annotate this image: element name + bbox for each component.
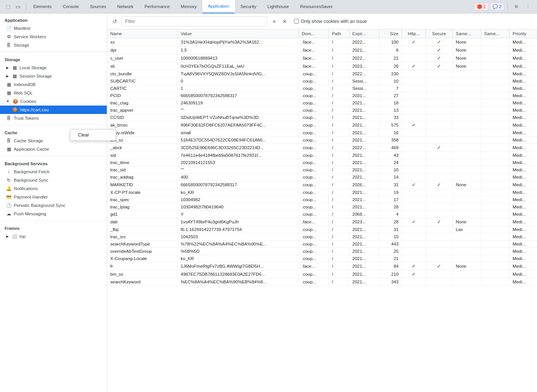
websql-icon: ▦ [6,90,11,96]
sidebar-item-bg-sync[interactable]: ↻ Background Sync [0,176,107,184]
table-row[interactable]: trac_addtag400.coup.../2021...14Medi... [107,174,537,181]
frame-icon: ⬜ [12,234,17,239]
col-same1-header[interactable]: Same... [452,29,481,38]
table-row[interactable]: cto_bundleTvjA8V96VXY5QWZ6OVJsSIA5NnlrdV… [107,70,537,78]
col-exp-header[interactable]: Expir... [349,29,379,38]
sidebar-item-storage[interactable]: 🗄 Storage [0,41,107,49]
table-row[interactable]: xs31%3A1HeXHqHopPljYw%3A2%3A162....face.… [107,38,537,46]
table-row[interactable]: CARTIC1.coup.../Sessi...7Medi... [107,85,537,92]
table-row[interactable]: X-Coupang-Localeko_KR.coup.../2021...21M… [107,255,537,262]
filter-input[interactable] [122,16,267,26]
manifest-icon: 📄 [6,26,11,31]
tab-memory[interactable]: Memory [175,0,202,13]
cookies-table: Name Value Dom... Path Expir... Size Htt… [107,29,537,286]
table-row[interactable]: trac_itime20210914121553.coup.../2021...… [107,159,537,166]
table-row[interactable]: trac_sid"".coup.../2021...10Medi... [107,166,537,174]
table-row[interactable]: bm_sv4987EC75DB78611328683E0A2E27FD6....… [107,270,537,278]
sidebar-item-session-storage[interactable]: ▶ ▦ Session Storage [0,72,107,80]
bg-fetch-icon: ↕ [6,169,11,174]
col-name-header[interactable]: Name [107,29,178,38]
col-priority-header[interactable]: Priority [509,29,537,38]
sidebar-item-cookies[interactable]: ▼ 🍪 Cookies [0,97,107,106]
table-row[interactable]: PCID66658500078792342588317.coup.../2031… [107,92,537,99]
table-row[interactable]: _fbpfb.1.1626914227739.47971754.coup.../… [107,226,537,233]
table-row[interactable]: ak_bmsc996F30E62FD8FC6207AEFAA5079FF4C..… [107,121,537,129]
tab-application[interactable]: Application [202,0,235,13]
table-row[interactable]: sb0cH3YEk7bOGQsZF11EaL_lwU.face.../2023.… [107,62,537,70]
context-menu: Clear [70,129,107,141]
expand-icon: ▶ [6,234,9,238]
sidebar-item-top[interactable]: ▶ ⬜ top [0,232,107,241]
serviceworkers-icon: ⚙ [6,34,11,39]
error-badge[interactable]: 🔴 1 [475,3,488,10]
clear-filter-button[interactable]: ≡ [269,17,279,26]
tab-lighthouse[interactable]: Lighthouse [262,0,295,13]
tab-sep [26,3,26,10]
col-same2-header[interactable]: Same... [481,29,509,38]
sidebar: Application 📄 Manifest ⚙ Service Workers… [0,13,107,392]
table-row[interactable]: CCSIDSDxtUpWEPT-VZoNhuBTqnw%3D%3D.coup..… [107,114,537,121]
tab-sources[interactable]: Sources [85,0,112,13]
table-row[interactable]: searchKeyword%EC%8A%A4%EC%BA%90%EB%84%8.… [107,278,537,286]
table-row[interactable]: baby-isWidesmall.coup.../2021...16Medi..… [107,129,537,137]
sidebar-item-indexeddb[interactable]: ▦ IndexedDB [0,80,107,89]
only-issues-checkbox[interactable] [294,19,299,24]
table-row[interactable]: datr1vsAYT49brP4u3gnt6KgPuJh.face.../202… [107,218,537,226]
sidebar-item-local-storage[interactable]: ▶ ▦ Local Storage [0,63,107,72]
settings-icon[interactable]: ⚙ [512,2,521,11]
sidebar-item-app-cache[interactable]: ▦ Application Cache [0,145,107,153]
table-row[interactable]: fr1J6MoFmeRtgFv7zBG.AWWIgl7GBD5H....face… [107,262,537,270]
table-row[interactable]: overrideAbTestGroup%5B%5D.coup.../2021..… [107,248,537,255]
sidebar-item-notifications[interactable]: 🔔 Notifications [0,184,107,193]
sidebar-item-trust-tokens[interactable]: 🗄 Trust Tokens [0,114,107,122]
table-row[interactable]: X-CP-PT-localeko_KR.coup.../2021...19Med… [107,189,537,196]
sidebar-item-manifest[interactable]: 📄 Manifest [0,24,107,33]
table-row[interactable]: trac_lptag10304982I780419640.coup.../202… [107,203,537,211]
more-icon[interactable]: ⋮ [523,2,532,11]
sidebar-item-push-messaging[interactable]: ☁ Push Messaging [0,210,107,218]
table-row[interactable]: c_user100000618889413.face.../2022...21✓… [107,54,537,62]
col-http-header[interactable]: Http... [402,29,426,38]
table-row[interactable]: SUBCARTIC0.coup.../Sessi...10Medi... [107,78,537,85]
close-filter-button[interactable]: ✕ [280,17,289,26]
table-row[interactable]: _abck3CD525E90E696C3D33265C23D2214D....c… [107,144,537,152]
table-row[interactable]: gd1Y.coup.../2068...4Medi... [107,211,537,218]
expand-icon: ▶ [6,66,9,70]
sidebar-item-cookie-url[interactable]: 🍪 https://cart.cou [0,106,107,114]
sidebar-item-bg-fetch[interactable]: ↕ Background Fetch [0,168,107,176]
table-row[interactable]: dpr1.5.face.../2021...6✓NoneMedi... [107,46,537,54]
tab-resourcessaver[interactable]: ResourcesSaver [295,0,338,13]
sidebar-item-payment-handler[interactable]: 💳 Payment Handler [0,193,107,201]
tab-performance[interactable]: Performance [139,0,176,13]
sidebar-item-service-workers[interactable]: ⚙ Service Workers [0,33,107,41]
sidebar-item-websql[interactable]: ▦ Web SQL [0,89,107,97]
device-icon[interactable]: ▭ [14,2,22,11]
table-row[interactable]: sid7e4611e4e4184fbeb9a5087617fe2931f....… [107,152,537,159]
table-row[interactable]: trac_src1042503.coup.../2021...15Medi... [107,233,537,241]
table-row[interactable]: bm_sz5164E37DC554D7622CE08E94FC61A66....… [107,137,537,144]
message-badge[interactable]: 💬 2 [490,3,504,10]
push-messaging-icon: ☁ [6,211,11,216]
col-value-header[interactable]: Value [178,29,299,38]
only-issues-label[interactable]: Only show cookies with an issue [294,19,367,24]
table-row[interactable]: trac_spec10304982.coup.../2021...17Medi.… [107,196,537,203]
tab-network[interactable]: Network [112,0,139,13]
context-menu-clear[interactable]: Clear [70,130,107,140]
tab-security[interactable]: Security [235,0,262,13]
tab-console[interactable]: Console [57,0,85,13]
table-row[interactable]: trac_appver"".coup.../2021...13Medi... [107,107,537,114]
refresh-button[interactable]: ↺ [110,17,119,26]
table-row[interactable]: trac_ctag246309119.coup.../2021...18Medi… [107,99,537,107]
tab-elements[interactable]: Elements [28,0,57,13]
inspect-icon[interactable]: ⬚ [4,2,12,11]
table-row[interactable]: searchKeywordType%7B%22%EC%8A%A4%EC%BA%9… [107,241,537,248]
sidebar-item-periodic-bg-sync[interactable]: 🕐 Periodic Background Sync [0,201,107,210]
cache-storage-icon: 🗄 [6,138,11,143]
col-secure-header[interactable]: Secure [426,29,452,38]
table-row[interactable]: MARKETID66658500078792342588317.coup.../… [107,181,537,189]
content-area: ↺ ≡ ✕ Only show cookies with an issue Na… [107,13,537,392]
col-dom-header[interactable]: Dom... [299,29,329,38]
col-size-header[interactable]: Size [379,29,402,38]
error-icon: 🔴 [477,4,482,9]
col-path-header[interactable]: Path [329,29,349,38]
